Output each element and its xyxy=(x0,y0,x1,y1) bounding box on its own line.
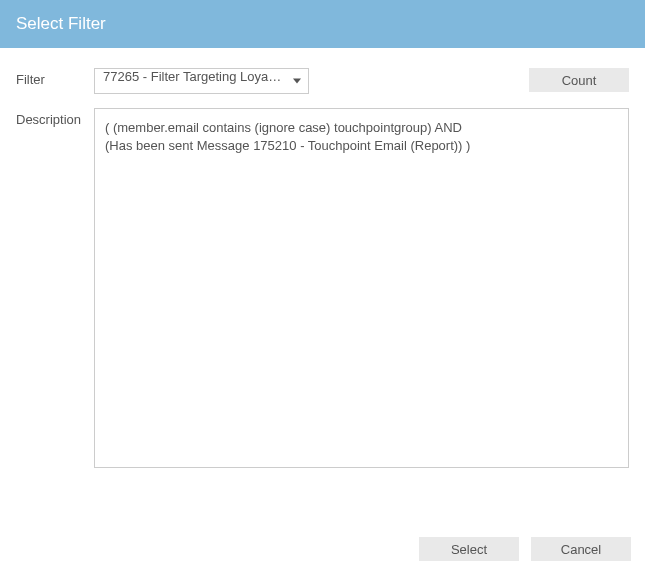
count-button[interactable]: Count xyxy=(529,68,629,92)
filter-row: Filter 77265 - Filter Targeting Loyalty … xyxy=(16,68,629,94)
filter-select[interactable]: 77265 - Filter Targeting Loyalty C xyxy=(94,68,309,94)
select-button[interactable]: Select xyxy=(419,537,519,561)
cancel-button[interactable]: Cancel xyxy=(531,537,631,561)
dialog-header: Select Filter xyxy=(0,0,645,48)
filter-select-wrap: 77265 - Filter Targeting Loyalty C xyxy=(94,68,309,94)
filter-label: Filter xyxy=(16,68,94,87)
description-label: Description xyxy=(16,108,94,127)
dialog-content: Filter 77265 - Filter Targeting Loyalty … xyxy=(0,48,645,519)
dialog-footer: Select Cancel xyxy=(0,519,645,579)
dialog-title: Select Filter xyxy=(16,14,106,33)
description-row: Description ( (member.email contains (ig… xyxy=(16,108,629,495)
description-textarea[interactable]: ( (member.email contains (ignore case) t… xyxy=(94,108,629,468)
